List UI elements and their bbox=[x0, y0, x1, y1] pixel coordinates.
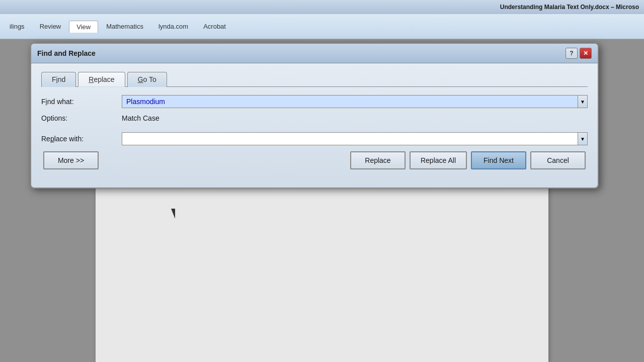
dialog-body: Find Replace Go To Find what: ▼ Options:… bbox=[31, 63, 598, 177]
find-replace-dialog: Find and Replace ? ✕ Find Replace Go To … bbox=[30, 43, 599, 189]
find-what-dropdown[interactable]: ▼ bbox=[578, 95, 588, 108]
find-what-input-container: ▼ bbox=[122, 95, 588, 108]
find-what-row: Find what: ▼ bbox=[41, 95, 588, 108]
find-what-label: Find what: bbox=[41, 98, 122, 106]
tab-view[interactable]: View bbox=[69, 21, 98, 33]
tab-goto[interactable]: Go To bbox=[127, 72, 167, 87]
replace-with-input-container: ▼ bbox=[122, 132, 588, 145]
dialog-title: Find and Replace bbox=[37, 49, 96, 57]
tab-review[interactable]: Review bbox=[33, 21, 68, 32]
replace-with-dropdown[interactable]: ▼ bbox=[578, 132, 588, 145]
tab-mailings[interactable]: ilings bbox=[3, 21, 32, 32]
title-bar-text: Understanding Malaria Text Only.docx – M… bbox=[500, 4, 639, 11]
dialog-controls: ? ✕ bbox=[566, 48, 592, 59]
tabs-row: Find Replace Go To bbox=[41, 71, 588, 87]
help-button[interactable]: ? bbox=[566, 48, 578, 59]
dialog-title-bar: Find and Replace ? ✕ bbox=[31, 44, 598, 63]
replace-all-button[interactable]: Replace All bbox=[410, 151, 467, 169]
tab-find[interactable]: Find bbox=[41, 72, 76, 87]
replace-with-row: Replace with: ▼ bbox=[41, 132, 588, 145]
replace-with-label: Replace with: bbox=[41, 135, 122, 143]
tab-acrobat[interactable]: Acrobat bbox=[196, 21, 233, 32]
options-label: Options: bbox=[41, 114, 122, 122]
ribbon: ilings Review View Mathematics lynda.com… bbox=[0, 14, 644, 39]
find-next-button[interactable]: Find Next bbox=[471, 151, 526, 169]
tab-mathematics[interactable]: Mathematics bbox=[99, 21, 150, 32]
close-button[interactable]: ✕ bbox=[580, 48, 592, 59]
find-what-input[interactable] bbox=[122, 95, 578, 108]
buttons-row: More >> Replace Replace All Find Next Ca… bbox=[41, 151, 588, 169]
replace-with-input[interactable] bbox=[122, 132, 578, 145]
more-button[interactable]: More >> bbox=[43, 151, 99, 169]
title-bar: Understanding Malaria Text Only.docx – M… bbox=[0, 0, 644, 14]
options-row: Options: Match Case bbox=[41, 114, 588, 122]
cancel-button[interactable]: Cancel bbox=[530, 151, 586, 169]
tab-replace[interactable]: Replace bbox=[78, 72, 125, 87]
tab-lynda[interactable]: lynda.com bbox=[151, 21, 195, 32]
options-value: Match Case bbox=[122, 114, 159, 122]
replace-button[interactable]: Replace bbox=[350, 151, 406, 169]
